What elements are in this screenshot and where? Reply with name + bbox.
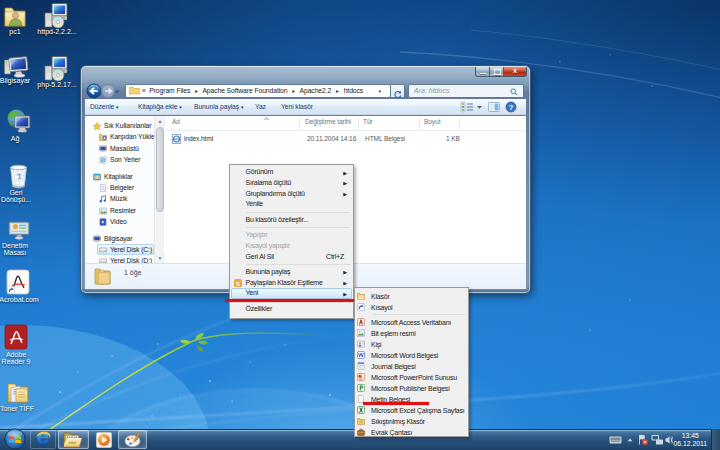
svg-text:S: S <box>236 281 240 287</box>
svg-text:?: ? <box>509 103 514 112</box>
